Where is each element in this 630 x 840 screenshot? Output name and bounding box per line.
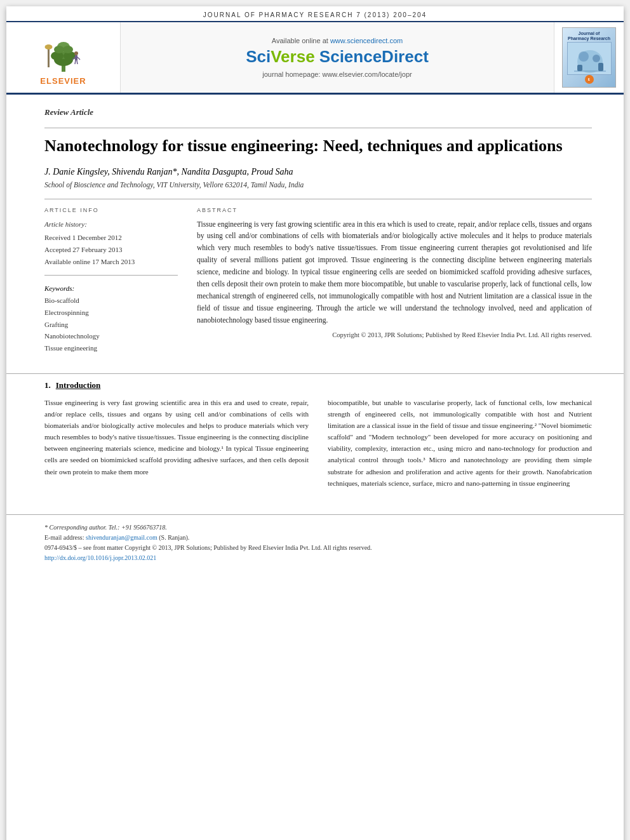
keywords-divider	[44, 275, 178, 276]
article-title: Nanotechnology for tissue engineering: N…	[44, 136, 592, 157]
logo-area: ELSEVIER Available online at www.science…	[6, 22, 624, 95]
svg-point-9	[44, 44, 52, 50]
corresponding-author: * Corresponding author. Tel.: +91 956676…	[44, 523, 592, 533]
info-divider	[44, 199, 592, 199]
available-online-text: Available online at www.sciencedirect.co…	[272, 37, 403, 44]
intro-left-col: Tissue engineering is very fast growing …	[44, 397, 309, 489]
authors: J. Danie Kingsley, Shivendu Ranjan*, Nan…	[44, 167, 592, 177]
right-logo: Journal ofPharmacy Research E	[554, 22, 624, 93]
keyword-1: Bio-scaffold	[44, 295, 178, 307]
article-info-col: ARTICLE INFO Article history: Received 1…	[44, 207, 178, 354]
title-divider	[44, 128, 592, 128]
journal-cover: Journal ofPharmacy Research E	[562, 27, 616, 88]
affiliation: School of Bioscience and Technology, VIT…	[44, 181, 592, 189]
keywords-list: Bio-scaffold Electrospinning Grafting Na…	[44, 295, 178, 354]
svg-line-13	[77, 57, 80, 60]
footer-area: * Corresponding author. Tel.: +91 956676…	[6, 514, 624, 570]
article-info-abstract: ARTICLE INFO Article history: Received 1…	[44, 207, 592, 354]
svg-point-10	[74, 51, 78, 55]
issn-line: 0974-6943/$ – see front matter Copyright…	[44, 543, 592, 553]
cover-title: Journal ofPharmacy Research	[568, 31, 610, 42]
abstract-text: Tissue engineering is very fast growing …	[197, 218, 592, 327]
intro-columns: Tissue engineering is very fast growing …	[44, 397, 592, 489]
sciverse-logo: SciVerse ScienceDirect	[246, 47, 429, 67]
elsevier-tree-icon	[35, 29, 92, 74]
abstract-label: ABSTRACT	[197, 207, 592, 213]
svg-line-14	[75, 60, 76, 64]
keyword-5: Tissue engineering	[44, 342, 178, 354]
svg-rect-11	[75, 55, 77, 60]
sciencedirect-link[interactable]: www.sciencedirect.com	[330, 37, 403, 44]
article-info-label: ARTICLE INFO	[44, 207, 178, 213]
keywords-section: Keywords: Bio-scaffold Electrospinning G…	[44, 284, 178, 354]
email-link[interactable]: shivenduranjan@gmail.com	[86, 534, 158, 541]
keyword-2: Electrospinning	[44, 307, 178, 319]
center-header: Available online at www.sciencedirect.co…	[121, 22, 554, 93]
keyword-3: Grafting	[44, 319, 178, 331]
history-title: Article history:	[44, 218, 178, 230]
cover-illustration	[568, 43, 612, 75]
elsevier-brand: ELSEVIER	[40, 76, 86, 86]
section-number: 1.	[44, 380, 51, 390]
keywords-title: Keywords:	[44, 284, 178, 292]
received-date: Received 1 December 2012	[44, 232, 178, 244]
copyright-line: Copyright © 2013, JPR Solutions; Publish…	[197, 331, 592, 338]
elsevier-logo: ELSEVIER	[6, 22, 121, 93]
svg-point-6	[54, 46, 64, 53]
intro-left-text: Tissue engineering is very fast growing …	[44, 399, 309, 476]
journal-title: JOURNAL OF PHARMACY RESEARCH 7 (2013) 20…	[203, 11, 427, 18]
cover-bottom: E	[585, 75, 594, 84]
doi-link[interactable]: http://dx.doi.org/10.1016/j.jopr.2013.02…	[44, 554, 156, 561]
journal-homepage: journal homepage: www.elsevier.com/locat…	[262, 70, 412, 78]
accepted-date: Accepted 27 February 2013	[44, 244, 178, 256]
svg-rect-8	[48, 48, 50, 67]
svg-point-7	[63, 46, 73, 53]
article-content: Review Article Nanotechnology for tissue…	[6, 95, 624, 367]
article-history: Article history: Received 1 December 201…	[44, 218, 178, 268]
page: JOURNAL OF PHARMACY RESEARCH 7 (2013) 20…	[6, 6, 624, 840]
cover-image	[567, 42, 612, 75]
footer-text: * Corresponding author. Tel.: +91 956676…	[44, 523, 592, 563]
section-title: Introduction	[56, 380, 101, 390]
svg-point-19	[593, 55, 600, 62]
email-line: E-mail address: shivenduranjan@gmail.com…	[44, 533, 592, 543]
svg-rect-22	[598, 63, 603, 71]
keyword-4: Nanobiotechnology	[44, 330, 178, 342]
cover-elsevier-badge: E	[585, 75, 594, 84]
intro-heading: 1. Introduction	[44, 380, 592, 390]
article-type-label: Review Article	[44, 107, 592, 120]
abstract-col: ABSTRACT Tissue engineering is very fast…	[197, 207, 592, 354]
intro-right-col: biocompatible, but unable to vascularise…	[328, 397, 592, 489]
svg-rect-21	[577, 65, 582, 71]
journal-header: JOURNAL OF PHARMACY RESEARCH 7 (2013) 20…	[6, 6, 624, 22]
doi-line: http://dx.doi.org/10.1016/j.jopr.2013.02…	[44, 553, 592, 563]
svg-point-18	[579, 51, 589, 62]
svg-line-15	[77, 60, 77, 64]
body-section: 1. Introduction Tissue engineering is ve…	[6, 373, 624, 502]
available-date: Available online 17 March 2013	[44, 256, 178, 268]
intro-right-text: biocompatible, but unable to vascularise…	[328, 399, 592, 487]
